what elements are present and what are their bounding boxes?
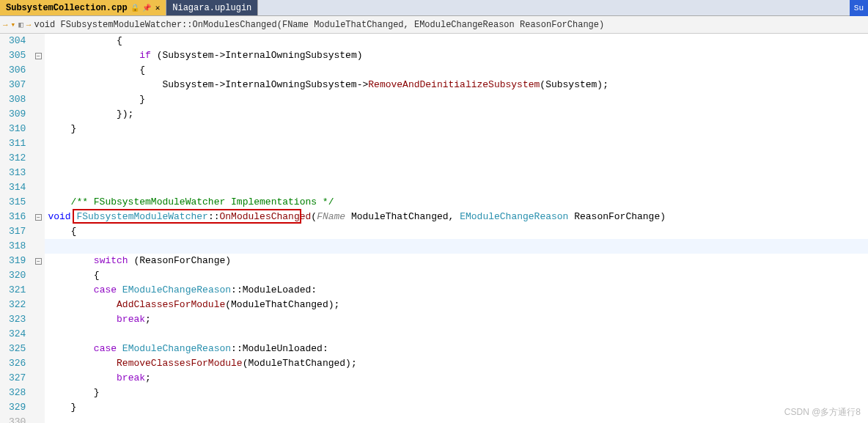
code-line [45, 327, 868, 342]
code-line: { [45, 268, 868, 283]
code-line [45, 415, 868, 423]
line-number-gutter: 304 305 306 307 308 309 310 311 312 313 … [0, 34, 32, 423]
code-line: break; [45, 371, 868, 386]
breadcrumb[interactable]: void FSubsystemModuleWatcher::OnModulesC… [34, 20, 604, 30]
code-line: { [45, 63, 868, 78]
code-line [45, 166, 868, 180]
fold-toggle[interactable]: − [35, 53, 42, 59]
code-line: RemoveClassesForModule(ModuleThatChanged… [45, 356, 868, 371]
tab-label: Niagara.uplugin [172, 3, 251, 13]
code-area[interactable]: { if (Subsystem->InternalOwningSubsystem… [45, 34, 868, 423]
code-line: case EModuleChangeReason::ModuleLoaded: [45, 283, 868, 298]
line-number: 310 [9, 122, 26, 136]
line-number: 317 [9, 224, 26, 239]
tab-active[interactable]: SubsystemCollection.cpp 🔒 📌 ✕ [0, 0, 166, 15]
nav-dropdown-icon[interactable]: ▾ [11, 20, 16, 29]
code-line: }); [45, 107, 868, 122]
pin-icon[interactable]: 📌 [142, 4, 151, 12]
line-number: 323 [9, 312, 26, 327]
code-line [45, 136, 868, 151]
code-line: void FSubsystemModuleWatcher::OnModulesC… [45, 210, 868, 224]
line-number: 324 [9, 327, 26, 342]
code-line: Subsystem->InternalOwningSubsystem->Remo… [45, 78, 868, 92]
line-number: 321 [9, 283, 26, 298]
line-number: 326 [9, 356, 26, 371]
line-number: 328 [9, 386, 26, 400]
code-line: } [45, 386, 868, 400]
line-number: 306 [9, 63, 26, 78]
line-number: 313 [9, 166, 26, 180]
code-line-current [45, 239, 868, 254]
line-number: 322 [9, 298, 26, 312]
fold-gutter: − − − [32, 34, 45, 423]
line-number: 307 [9, 78, 26, 92]
tab-bar: SubsystemCollection.cpp 🔒 📌 ✕ Niagara.up… [0, 0, 868, 16]
line-number: 304 [9, 34, 26, 48]
line-number: 318 [9, 239, 26, 254]
watermark: CSDN @多方通行8 [784, 406, 861, 419]
line-number: 329 [9, 400, 26, 415]
line-number: 314 [9, 180, 26, 195]
code-line: break; [45, 312, 868, 327]
line-number: 311 [9, 136, 26, 151]
code-line: { [45, 34, 868, 48]
line-number: 305 [9, 48, 26, 63]
close-icon[interactable]: ✕ [155, 3, 161, 12]
line-number: 330 [9, 415, 26, 423]
tab-inactive[interactable]: Niagara.uplugin [166, 0, 258, 15]
nav-back-icon[interactable]: → [3, 21, 8, 29]
corner-badge: Su [850, 0, 868, 16]
line-number: 316 [9, 210, 26, 224]
line-number: 315 [9, 195, 26, 210]
lock-icon: 🔒 [130, 4, 139, 12]
navigation-bar: → ▾ ◧ → void FSubsystemModuleWatcher::On… [0, 16, 868, 34]
line-number: 312 [9, 151, 26, 166]
line-number: 308 [9, 92, 26, 107]
code-line [45, 151, 868, 166]
line-number: 319 [9, 254, 26, 268]
code-editor[interactable]: 304 305 306 307 308 309 310 311 312 313 … [0, 34, 868, 423]
line-number: 309 [9, 107, 26, 122]
code-line: if (Subsystem->InternalOwningSubsystem) [45, 48, 868, 63]
code-line: case EModuleChangeReason::ModuleUnloaded… [45, 342, 868, 356]
fold-toggle[interactable]: − [35, 214, 42, 221]
code-line: } [45, 400, 868, 415]
code-line: AddClassesForModule(ModuleThatChanged); [45, 298, 868, 312]
code-line: { [45, 224, 868, 239]
nav-forward-icon[interactable]: → [26, 21, 32, 29]
code-line [45, 180, 868, 195]
tab-label: SubsystemCollection.cpp [6, 3, 128, 13]
line-number: 325 [9, 342, 26, 356]
fold-toggle[interactable]: − [35, 258, 42, 265]
nav-split-icon[interactable]: ◧ [18, 20, 23, 29]
code-line: } [45, 92, 868, 107]
code-line: } [45, 122, 868, 136]
code-line: switch (ReasonForChange) [45, 254, 868, 268]
code-line: /** FSubsystemModuleWatcher Implementati… [45, 195, 868, 210]
line-number: 320 [9, 268, 26, 283]
line-number: 327 [9, 371, 26, 386]
